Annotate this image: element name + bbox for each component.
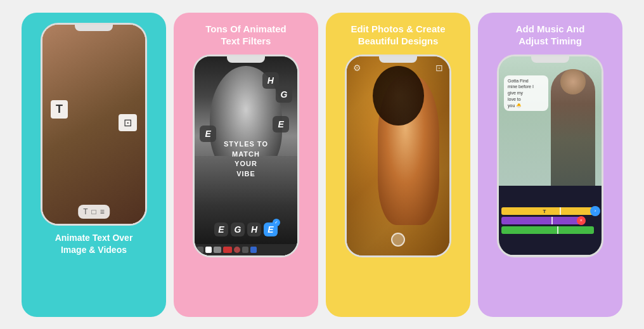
track-purple: × [501, 217, 584, 224]
t-badge: T [541, 208, 549, 215]
key-2 [205, 247, 212, 253]
toolbar-square-icon: □ [92, 207, 96, 216]
key-1 [197, 247, 203, 253]
timeline-area: T › × [499, 186, 602, 255]
bottom-e-1: E [214, 223, 228, 236]
track-yellow: T › [501, 207, 599, 215]
phone-notch-2 [227, 56, 265, 63]
key-3 [214, 247, 221, 253]
portrait-bg: ⚙ ⊡ [347, 56, 449, 255]
floating-h: H [262, 72, 279, 89]
timeline-marker-3 [557, 226, 558, 234]
chevron-button[interactable]: › [590, 206, 600, 216]
card-animate-text: T ⊡ T □ ≡ Animate Text OverImage & Video… [22, 13, 166, 317]
check-badge: ✓ [273, 219, 280, 226]
key-5 [234, 247, 240, 253]
style-text: STYLES TOMATCH YOURVIBE [221, 139, 272, 179]
card-edit-photos: Edit Photos & CreateBeautiful Designs ⚙ … [326, 13, 470, 317]
phone-toolbar-1: T □ ≡ [78, 205, 110, 219]
key-7 [250, 247, 257, 253]
main-container: T ⊡ T □ ≡ Animate Text OverImage & Video… [0, 0, 644, 329]
bw-face-bg: H G E E STYLES TOMATCH YOURVIBE E G H E … [195, 56, 297, 255]
phone-mockup-4: Gotta Findmine before Igive mylove toyou… [497, 55, 603, 257]
key-6 [242, 247, 248, 253]
settings-icon: ⚙ [353, 63, 361, 73]
chat-bubble: Gotta Findmine before Igive mylove toyou… [504, 75, 548, 112]
crop-tool-icon: ⊡ [435, 63, 443, 73]
person-photo: Gotta Findmine before Igive mylove toyou… [499, 56, 602, 186]
bottom-letters: E G H E ✓ [214, 223, 278, 236]
key-4 [223, 247, 232, 253]
phone-notch-3 [379, 56, 417, 63]
card-text-filters: Tons Of AnimatedText Filters H G E E STY… [174, 13, 318, 317]
person-silhouette [551, 69, 595, 186]
bottom-g: G [231, 223, 245, 236]
phone-notch-4 [531, 56, 569, 63]
phone-mockup-2: H G E E STYLES TOMATCH YOURVIBE E G H E … [193, 55, 299, 257]
bottom-h: H [247, 223, 261, 236]
shutter-button[interactable] [391, 233, 405, 247]
toolbar-t-icon: T [83, 207, 87, 216]
floating-e-left: E [200, 126, 216, 142]
keyboard-area [195, 244, 297, 255]
track-green [501, 226, 594, 234]
floating-e-right: E [273, 116, 289, 132]
timeline-marker-1 [560, 207, 561, 215]
floating-g: G [276, 86, 292, 103]
crop-icon: ⊡ [119, 114, 137, 131]
card-add-music: Add Music AndAdjust Timing Gotta Findmin… [478, 13, 622, 317]
phone-mockup-1: T ⊡ T □ ≡ [41, 23, 147, 226]
phone-mockup-3: ⚙ ⊡ [345, 55, 451, 257]
toolbar-menu-icon: ≡ [100, 207, 105, 216]
close-track-button[interactable]: × [577, 216, 586, 225]
card-1-subtitle: Animate Text OverImage & Videos [55, 232, 133, 257]
timeline-marker-2 [551, 217, 553, 224]
card-3-title: Edit Photos & CreateBeautiful Designs [351, 23, 445, 48]
phone-notch-1 [75, 25, 113, 31]
text-t-icon: T [51, 100, 68, 119]
card-4-title: Add Music AndAdjust Timing [516, 23, 585, 48]
card-2-title: Tons Of AnimatedText Filters [205, 23, 287, 48]
